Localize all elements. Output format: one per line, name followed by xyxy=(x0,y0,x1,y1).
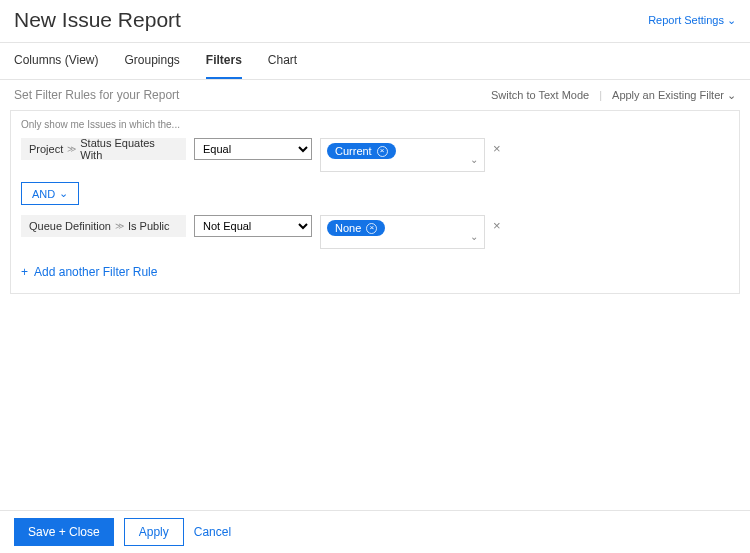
report-settings-link[interactable]: Report Settings ⌄ xyxy=(648,14,736,27)
remove-pill-icon[interactable]: × xyxy=(366,223,377,234)
chevron-right-icon: ≫ xyxy=(67,144,76,154)
chevron-down-icon: ⌄ xyxy=(470,154,478,167)
field-parent: Project xyxy=(29,143,63,155)
field-child: Status Equates With xyxy=(80,137,178,161)
cancel-button[interactable]: Cancel xyxy=(194,525,231,539)
field-selector[interactable]: Project ≫ Status Equates With xyxy=(21,138,186,160)
logic-label: AND xyxy=(32,188,55,200)
report-settings-label: Report Settings xyxy=(648,14,724,26)
add-filter-rule-link[interactable]: + Add another Filter Rule xyxy=(11,253,739,293)
remove-rule-icon[interactable]: × xyxy=(493,215,501,233)
tab-chart[interactable]: Chart xyxy=(268,53,297,79)
tab-columns[interactable]: Columns (View) xyxy=(14,53,98,79)
remove-rule-icon[interactable]: × xyxy=(493,138,501,156)
value-input[interactable]: None × ⌄ xyxy=(320,215,485,249)
filter-rule: Queue Definition ≫ Is Public Not Equal N… xyxy=(11,211,739,253)
field-selector[interactable]: Queue Definition ≫ Is Public xyxy=(21,215,186,237)
chevron-down-icon: ⌄ xyxy=(727,14,736,27)
field-parent: Queue Definition xyxy=(29,220,111,232)
divider: | xyxy=(599,89,602,101)
value-pill[interactable]: None × xyxy=(327,220,385,236)
page-title: New Issue Report xyxy=(14,8,181,32)
remove-pill-icon[interactable]: × xyxy=(377,146,388,157)
tab-groupings[interactable]: Groupings xyxy=(124,53,179,79)
chevron-down-icon: ⌄ xyxy=(727,89,736,101)
chevron-down-icon: ⌄ xyxy=(59,187,68,200)
filter-rule: Project ≫ Status Equates With Equal Curr… xyxy=(11,134,739,176)
pill-label: None xyxy=(335,222,361,234)
switch-text-mode-link[interactable]: Switch to Text Mode xyxy=(491,89,589,101)
filter-panel: Only show me Issues in which the... Proj… xyxy=(10,110,740,294)
footer: Save + Close Apply Cancel xyxy=(0,510,750,553)
logic-operator-button[interactable]: AND ⌄ xyxy=(21,182,79,205)
chevron-right-icon: ≫ xyxy=(115,221,124,231)
tab-filters[interactable]: Filters xyxy=(206,53,242,79)
save-close-button[interactable]: Save + Close xyxy=(14,518,114,546)
apply-button[interactable]: Apply xyxy=(124,518,184,546)
value-input[interactable]: Current × ⌄ xyxy=(320,138,485,172)
plus-icon: + xyxy=(21,265,28,279)
tabs: Columns (View) Groupings Filters Chart xyxy=(0,43,750,80)
helper-text: Only show me Issues in which the... xyxy=(11,111,739,134)
value-pill[interactable]: Current × xyxy=(327,143,396,159)
operator-select[interactable]: Not Equal xyxy=(194,215,312,237)
pill-label: Current xyxy=(335,145,372,157)
filter-subtitle: Set Filter Rules for your Report xyxy=(14,88,179,102)
operator-select[interactable]: Equal xyxy=(194,138,312,160)
apply-existing-filter-link[interactable]: Apply an Existing Filter ⌄ xyxy=(612,89,736,102)
chevron-down-icon: ⌄ xyxy=(470,231,478,244)
field-child: Is Public xyxy=(128,220,170,232)
add-rule-label: Add another Filter Rule xyxy=(34,265,157,279)
